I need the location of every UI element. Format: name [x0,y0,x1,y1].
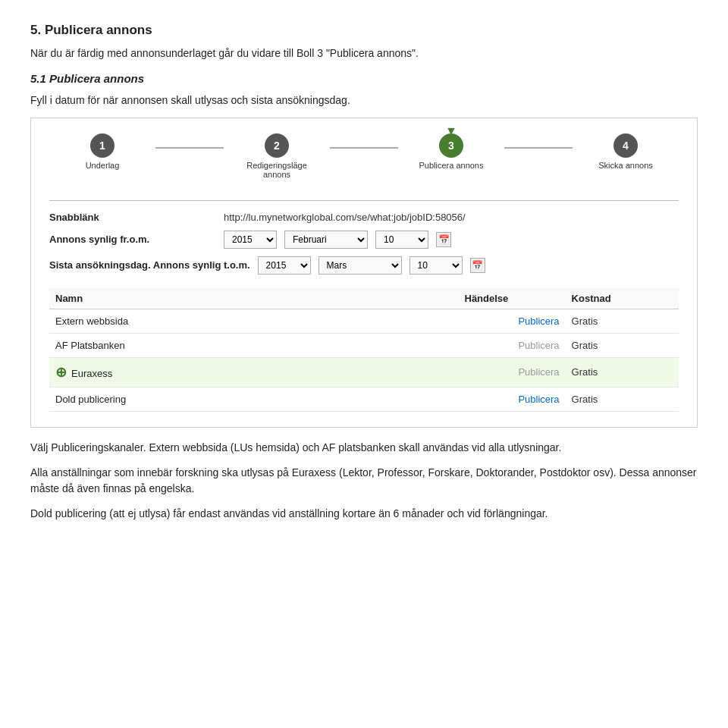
row-event-dold[interactable]: Publicera [459,387,566,411]
annons-synlig-day-select[interactable]: 10 [375,231,428,249]
snabblaenk-value: http://lu.mynetworkglobal.com/se/what:jo… [224,212,466,223]
snabblaenk-row: Snabblänk http://lu.mynetworkglobal.com/… [49,212,679,223]
row-cost-euraxess: Gratis [566,357,679,387]
screenshot-box: 1 Underlag 2 Redigeringsläge annons ▼ 3 … [30,118,698,428]
row-event-euraxess[interactable]: Publicera [459,357,566,387]
col-cost-header: Kostnad [566,288,679,309]
step-1-label: Underlag [86,161,120,170]
row-cost-dold: Gratis [566,387,679,411]
paragraph-2: Alla anställningar som innebär forskning… [30,465,698,497]
snabblaenk-label: Snabblänk [49,212,216,223]
row-name-dold: Dold publicering [49,387,459,411]
publicera-link-euraxess[interactable]: Publicera [518,366,559,378]
sista-month-select[interactable]: Mars [318,256,402,275]
plus-icon: ⊕ [55,365,67,380]
sista-row: Sista ansökningsdag. Annons synlig t.o.m… [49,256,679,275]
connector-2-3 [330,147,398,149]
publishing-table: Namn Händelse Kostnad Extern webbsida Pu… [49,288,679,412]
publicera-link-dold[interactable]: Publicera [518,394,559,405]
step-4-label: Skicka annons [598,161,653,170]
step-2: 2 Redigeringsläge annons [224,133,330,179]
table-header-row: Namn Händelse Kostnad [49,288,679,309]
sista-year-select[interactable]: 2015 [258,256,311,275]
table-row: Dold publicering Publicera Gratis [49,387,679,411]
row-cost-af: Gratis [566,333,679,357]
sista-label: Sista ansökningsdag. Annons synlig t.o.m… [49,259,250,271]
step-4: 4 Skicka annons [573,133,679,170]
row-event-af[interactable]: Publicera [459,333,566,357]
step-1-circle: 1 [90,133,115,158]
step-2-label: Redigeringsläge annons [239,161,315,179]
paragraph-1: Välj Publiceringskanaler. Extern webbsid… [30,440,698,456]
annons-synlig-month-select[interactable]: Februari [284,231,368,249]
step-3-arrow: ▼ [445,124,457,138]
table-row: AF Platsbanken Publicera Gratis [49,333,679,357]
annons-synlig-calendar-icon[interactable]: 📅 [436,232,451,247]
form-divider [49,200,679,201]
annons-synlig-row: Annons synlig fr.o.m. 2015 Februari 10 📅 [49,231,679,249]
publicera-link-af[interactable]: Publicera [518,340,559,351]
sista-calendar-icon[interactable]: 📅 [470,258,485,273]
publicera-link-extern[interactable]: Publicera [518,315,559,327]
annons-synlig-year-select[interactable]: 2015 [224,231,277,249]
row-cost-extern: Gratis [566,309,679,333]
row-name-af: AF Platsbanken [49,333,459,357]
step-1: 1 Underlag [49,133,155,170]
col-name-header: Namn [49,288,459,309]
row-event-extern[interactable]: Publicera [459,309,566,333]
step-4-circle: 4 [613,133,638,158]
step-3: ▼ 3 Publicera annons [398,133,504,170]
paragraph-3: Dold publicering (att ej utlysa) får end… [30,506,698,522]
steps-bar: 1 Underlag 2 Redigeringsläge annons ▼ 3 … [49,133,679,179]
page-heading: 5. Publicera annons [30,23,698,38]
row-name-extern: Extern webbsida [49,309,459,333]
table-row: Extern webbsida Publicera Gratis [49,309,679,333]
step-3-label: Publicera annons [419,161,483,170]
step-2-circle: 2 [265,133,289,158]
row-name-euraxess: ⊕Euraxess [49,357,459,387]
connector-1-2 [155,147,224,149]
form-section: Snabblänk http://lu.mynetworkglobal.com/… [49,212,679,275]
col-event-header: Händelse [459,288,566,309]
connector-3-4 [504,147,573,149]
table-row: ⊕Euraxess Publicera Gratis [49,357,679,387]
section-title: 5.1 Publicera annons [30,71,698,88]
section-desc: Fyll i datum för när annonsen skall utly… [30,93,698,108]
sista-day-select[interactable]: 10 [410,256,463,275]
annons-synlig-label: Annons synlig fr.o.m. [49,234,216,245]
intro-text: När du är färdig med annonsunderlaget gå… [30,46,698,61]
